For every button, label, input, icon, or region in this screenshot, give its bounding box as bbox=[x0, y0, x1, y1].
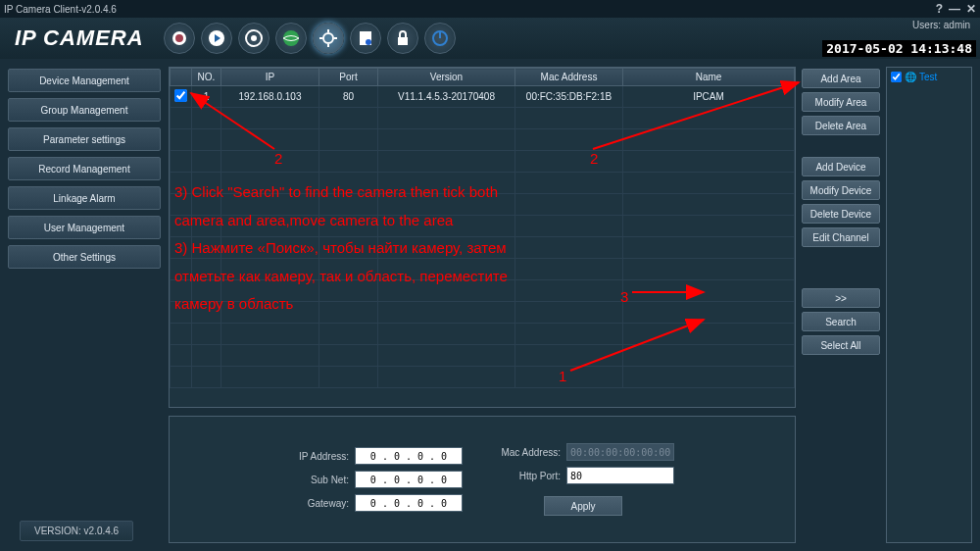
col-port[interactable]: Port bbox=[319, 69, 378, 86]
record-icon[interactable] bbox=[238, 23, 270, 54]
edit-channel-button[interactable]: Edit Channel bbox=[802, 227, 880, 247]
header: IP CAMERA Users: admin 2017-05-02 14:13:… bbox=[0, 18, 980, 59]
titlebar: IP Camera Client-v2.0.4.6 ? — ✕ bbox=[0, 0, 980, 18]
subnet-label: Sub Net: bbox=[290, 475, 349, 485]
globe-icon[interactable] bbox=[275, 23, 307, 54]
globe-small-icon: 🌐 bbox=[905, 72, 916, 82]
col-mac[interactable]: Mac Address bbox=[515, 69, 623, 86]
minimize-icon[interactable]: — bbox=[949, 2, 960, 16]
col-version[interactable]: Version bbox=[378, 69, 515, 86]
datetime: 2017-05-02 14:13:48 bbox=[822, 40, 976, 57]
modify-device-button[interactable]: Modify Device bbox=[802, 180, 880, 200]
sidebar-parameter-settings[interactable]: Parameter settings bbox=[8, 127, 161, 151]
search-button[interactable]: Search bbox=[802, 312, 880, 331]
sidebar-record-management[interactable]: Record Management bbox=[8, 157, 161, 180]
tree-label: Test bbox=[919, 72, 937, 82]
table-header: NO. IP Port Version Mac Address Name bbox=[171, 69, 795, 86]
svg-point-6 bbox=[283, 30, 299, 46]
gateway-label: Gateway: bbox=[290, 498, 349, 509]
http-input[interactable] bbox=[566, 467, 674, 484]
delete-device-button[interactable]: Delete Device bbox=[802, 204, 880, 224]
cell-no: 1 bbox=[192, 86, 221, 108]
mac-label: Mac Address: bbox=[492, 447, 561, 458]
gateway-input[interactable] bbox=[355, 494, 463, 512]
modify-area-button[interactable]: Modify Area bbox=[802, 92, 880, 112]
power-icon[interactable] bbox=[424, 23, 456, 54]
details-panel: IP Address: Sub Net: Gateway: Mac Addres… bbox=[169, 416, 796, 543]
logo: IP CAMERA bbox=[15, 25, 144, 51]
add-area-button[interactable]: Add Area bbox=[802, 69, 880, 88]
mac-input bbox=[566, 443, 674, 461]
sidebar-user-management[interactable]: User Management bbox=[8, 216, 161, 239]
svg-point-5 bbox=[251, 35, 257, 41]
move-button[interactable]: >> bbox=[802, 288, 880, 308]
svg-point-1 bbox=[175, 34, 183, 42]
sidebar-group-management[interactable]: Group Management bbox=[8, 98, 161, 122]
toolbar bbox=[164, 23, 456, 54]
user-label: Users: admin bbox=[912, 20, 970, 30]
tree-checkbox[interactable] bbox=[891, 72, 902, 82]
table-row[interactable]: 1 192.168.0.103 80 V11.1.4.5.3-20170408 … bbox=[171, 86, 795, 108]
sidebar-device-management[interactable]: Device Management bbox=[8, 69, 161, 92]
select-all-button[interactable]: Select All bbox=[802, 335, 880, 355]
col-check bbox=[171, 69, 192, 86]
play-icon[interactable] bbox=[201, 23, 232, 54]
add-device-button[interactable]: Add Device bbox=[802, 157, 880, 176]
svg-rect-14 bbox=[398, 37, 408, 45]
col-name[interactable]: Name bbox=[623, 69, 795, 86]
tree-root[interactable]: 🌐 Test bbox=[891, 72, 967, 82]
cell-name: IPCAM bbox=[623, 86, 795, 108]
svg-point-7 bbox=[323, 33, 333, 43]
lock-icon[interactable] bbox=[387, 23, 418, 54]
col-no[interactable]: NO. bbox=[192, 69, 221, 86]
window-title: IP Camera Client-v2.0.4.6 bbox=[4, 4, 117, 15]
sidebar-linkage-alarm[interactable]: Linkage Alarm bbox=[8, 186, 161, 210]
svg-point-13 bbox=[366, 39, 371, 45]
close-icon[interactable]: ✕ bbox=[966, 2, 976, 16]
version-label: VERSION: v2.0.4.6 bbox=[20, 521, 133, 541]
cell-mac: 00:FC:35:DB:F2:1B bbox=[515, 86, 623, 108]
delete-area-button[interactable]: Delete Area bbox=[802, 116, 880, 135]
device-table: NO. IP Port Version Mac Address Name 1 bbox=[169, 67, 796, 408]
log-icon[interactable] bbox=[350, 23, 381, 54]
window-controls: ? — ✕ bbox=[936, 2, 976, 16]
http-label: Http Port: bbox=[492, 471, 561, 481]
subnet-input[interactable] bbox=[355, 471, 463, 488]
cell-version: V11.1.4.5.3-20170408 bbox=[378, 86, 515, 108]
sidebar: Device Management Group Management Param… bbox=[0, 59, 169, 551]
help-icon[interactable]: ? bbox=[936, 2, 943, 16]
ip-label: IP Address: bbox=[290, 451, 349, 462]
camera-icon[interactable] bbox=[164, 23, 195, 54]
apply-button[interactable]: Apply bbox=[544, 496, 622, 516]
row-checkbox[interactable] bbox=[174, 89, 187, 102]
sidebar-other-settings[interactable]: Other Settings bbox=[8, 245, 161, 269]
area-tree: 🌐 Test bbox=[886, 67, 972, 543]
ip-input[interactable] bbox=[355, 447, 463, 465]
settings-icon[interactable] bbox=[313, 23, 344, 54]
cell-port: 80 bbox=[319, 86, 378, 108]
action-panel: Add Area Modify Area Delete Area Add Dev… bbox=[802, 67, 880, 543]
cell-ip: 192.168.0.103 bbox=[221, 86, 319, 108]
col-ip[interactable]: IP bbox=[221, 69, 319, 86]
